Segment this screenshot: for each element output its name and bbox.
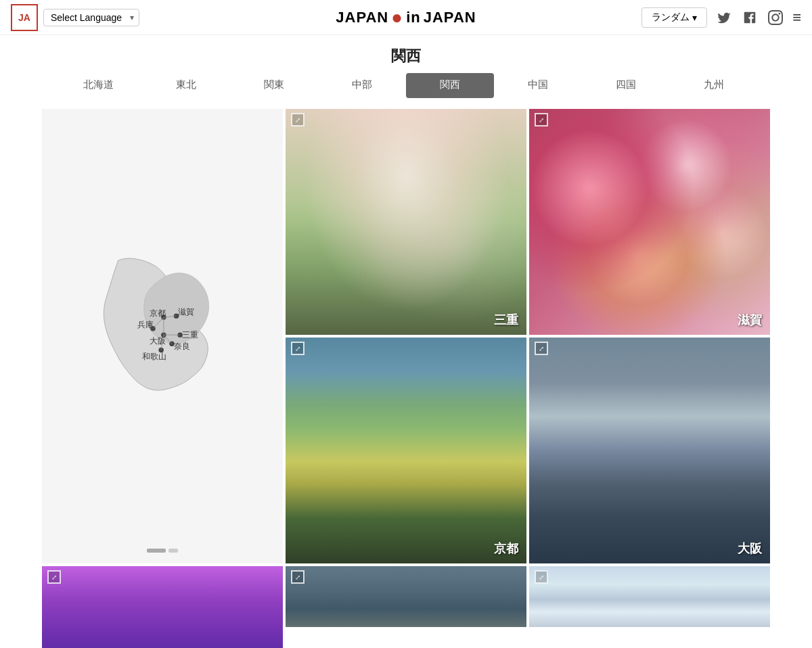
facebook-icon[interactable] (741, 9, 759, 26)
mie-label: 三重 (494, 312, 518, 328)
mie-photo[interactable]: ⤢ 三重 (286, 109, 526, 335)
osaka-expand-icon[interactable]: ⤢ (535, 342, 548, 355)
osaka-photo[interactable]: ⤢ 大阪 (529, 338, 770, 563)
photo-grid: 京都 滋賀 兵庫 大阪 三重 和歌山 奈良 (0, 109, 812, 648)
logo-text-japan: JAPAN (336, 9, 388, 26)
kyoto-photo[interactable]: ⤢ 京都 (286, 338, 526, 563)
map-cell[interactable]: 京都 滋賀 兵庫 大阪 三重 和歌山 奈良 (42, 109, 283, 563)
map-area: 京都 滋賀 兵庫 大阪 三重 和歌山 奈良 (42, 109, 283, 563)
bottom-center-expand-icon[interactable]: ⤢ (535, 570, 548, 584)
svg-text:京都: 京都 (150, 308, 166, 318)
random-button[interactable]: ランダム ▾ (641, 7, 707, 28)
logo-in: in (406, 9, 421, 26)
osaka-label: 大阪 (738, 540, 762, 557)
twitter-icon[interactable] (715, 9, 733, 26)
tab-kansai[interactable]: 関西 (406, 73, 494, 98)
page-title: 関西 (0, 35, 812, 73)
shiga-photo[interactable]: ⤢ 滋賀 (529, 109, 770, 335)
logo-dot: ● (391, 8, 403, 27)
tab-chubu[interactable]: 中部 (318, 73, 406, 98)
region-tabs: 北海道 東北 関東 中部 関西 中国 四国 九州 (0, 73, 812, 98)
svg-text:兵庫: 兵庫 (137, 320, 154, 329)
ja-badge: JA (11, 4, 38, 31)
tab-shikoku[interactable]: 四国 (582, 73, 670, 98)
kyoto-expand-icon[interactable]: ⤢ (291, 342, 304, 355)
hyogo-expand-icon[interactable]: ⤢ (47, 570, 61, 584)
menu-icon[interactable]: ≡ (792, 9, 801, 26)
svg-text:和歌山: 和歌山 (142, 352, 166, 361)
japan-map-svg: 京都 滋賀 兵庫 大阪 三重 和歌山 奈良 (68, 241, 257, 431)
hyogo-photo[interactable]: ⤢ 兵庫 (42, 566, 283, 648)
logo-text-japan2: JAPAN (424, 9, 476, 26)
header-left: JA Select Language (11, 4, 139, 31)
bottom-left-expand-icon[interactable]: ⤢ (291, 570, 304, 584)
language-select[interactable]: Select Language (43, 9, 139, 26)
language-select-wrapper[interactable]: Select Language (43, 9, 139, 26)
tab-tohoku[interactable]: 東北 (142, 73, 230, 98)
site-logo[interactable]: JAPAN ● in JAPAN (336, 8, 476, 27)
svg-text:滋賀: 滋賀 (178, 307, 194, 317)
random-chevron: ▾ (692, 12, 697, 23)
shiga-label: 滋賀 (738, 312, 762, 328)
header: JA Select Language JAPAN ● in JAPAN ランダム… (0, 0, 812, 35)
random-label: ランダム (652, 11, 690, 24)
bottom-center-photo[interactable]: ⤢ (529, 566, 770, 627)
svg-text:大阪: 大阪 (150, 336, 166, 346)
header-right: ランダム ▾ ≡ (641, 7, 801, 28)
tab-hokkaido[interactable]: 北海道 (54, 73, 142, 98)
svg-text:奈良: 奈良 (174, 342, 190, 351)
svg-text:三重: 三重 (182, 330, 198, 340)
tab-kyushu[interactable]: 九州 (670, 73, 758, 98)
tab-kanto[interactable]: 関東 (230, 73, 318, 98)
bottom-left-photo[interactable]: ⤢ (286, 566, 526, 627)
kyoto-label: 京都 (494, 540, 518, 557)
instagram-icon[interactable] (767, 9, 784, 26)
mie-expand-icon[interactable]: ⤢ (291, 113, 304, 126)
tab-chugoku[interactable]: 中国 (494, 73, 582, 98)
shiga-expand-icon[interactable]: ⤢ (535, 113, 548, 126)
